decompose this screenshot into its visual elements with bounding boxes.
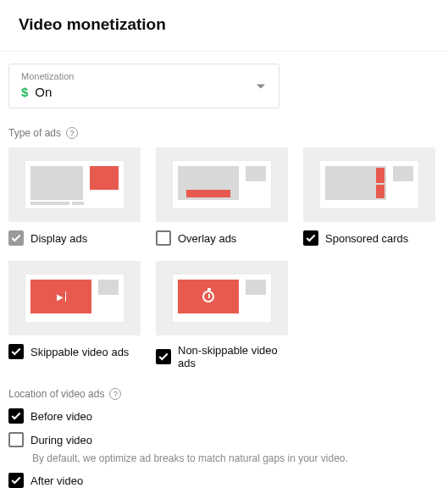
monetization-select[interactable]: Monetization $ On [8, 64, 279, 108]
nonskippable-preview [156, 261, 288, 336]
ad-type-skippable: ▶ Skippable video ads [8, 261, 141, 369]
ad-type-grid: Display ads Overlay ads [8, 147, 440, 369]
page-title: Video monetization [19, 15, 429, 34]
display-ads-label: Display ads [30, 232, 87, 245]
display-ads-checkbox[interactable]: Display ads [8, 230, 141, 246]
after-video-label: After video [30, 474, 83, 487]
during-video-label: During video [30, 434, 92, 446]
location-label-text: Location of video ads [8, 388, 104, 400]
checkbox-icon [156, 349, 171, 364]
skippable-label: Skippable video ads [30, 346, 129, 358]
ad-type-sponsored: Sponsored cards [303, 147, 435, 246]
type-of-ads-label: Type of ads ? [8, 127, 440, 139]
checkbox-icon [8, 344, 24, 359]
checkbox-icon [8, 432, 24, 447]
location-list: Before video During video By default, we… [8, 408, 440, 488]
during-video-checkbox[interactable]: During video [8, 432, 440, 447]
checkbox-icon [8, 230, 24, 246]
type-of-ads-label-text: Type of ads [8, 127, 61, 139]
help-icon[interactable]: ? [109, 388, 121, 400]
checkbox-icon [8, 473, 24, 488]
skippable-preview: ▶ [8, 261, 141, 336]
help-icon[interactable]: ? [66, 127, 78, 139]
sponsored-cards-label: Sponsored cards [325, 232, 408, 245]
monetization-value-text: On [35, 85, 52, 99]
monetization-value: $ On [21, 85, 267, 99]
overlay-ads-label: Overlay ads [178, 232, 236, 245]
sponsored-cards-checkbox[interactable]: Sponsored cards [303, 230, 435, 246]
content: Monetization $ On Type of ads ? Display … [0, 52, 448, 488]
after-video-checkbox[interactable]: After video [8, 473, 440, 488]
chevron-down-icon [257, 84, 265, 88]
overlay-ads-preview [156, 147, 288, 222]
page-header: Video monetization [0, 0, 448, 51]
ad-type-overlay: Overlay ads [156, 147, 288, 246]
monetization-label: Monetization [21, 71, 267, 81]
ad-type-display: Display ads [8, 147, 141, 246]
ad-type-nonskippable: Non-skippable video ads [156, 261, 288, 369]
nonskippable-label: Non-skippable video ads [178, 344, 288, 369]
skippable-checkbox[interactable]: Skippable video ads [8, 344, 141, 359]
overlay-ads-checkbox[interactable]: Overlay ads [156, 230, 288, 246]
before-video-label: Before video [30, 410, 92, 423]
checkbox-icon [303, 230, 318, 246]
nonskippable-checkbox[interactable]: Non-skippable video ads [156, 344, 288, 369]
sponsored-cards-preview [303, 147, 435, 222]
display-ads-preview [8, 147, 141, 222]
during-video-hint: By default, we optimize ad breaks to mat… [32, 452, 440, 464]
location-label: Location of video ads ? [8, 388, 440, 400]
before-video-checkbox[interactable]: Before video [8, 408, 440, 424]
dollar-icon: $ [21, 85, 28, 99]
checkbox-icon [156, 230, 171, 246]
checkbox-icon [8, 408, 24, 424]
